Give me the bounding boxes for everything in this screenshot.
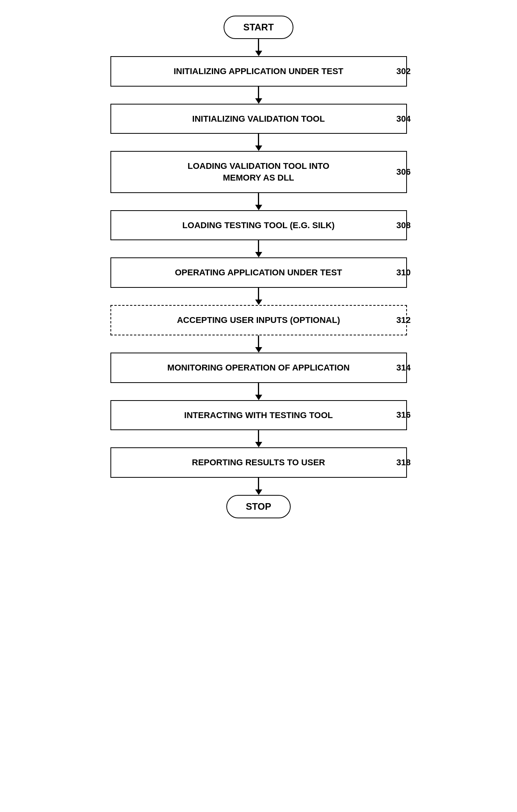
stop-node-wrapper: STOP xyxy=(83,495,434,518)
node-310-label: 310 xyxy=(396,268,411,278)
arrow-head xyxy=(255,51,262,56)
arrow-head xyxy=(255,300,262,305)
arrow-7 xyxy=(255,335,262,353)
node-306-label: 306 xyxy=(396,167,411,177)
stop-oval: STOP xyxy=(226,495,291,518)
node-316: INTERACTING WITH TESTING TOOL xyxy=(110,400,407,431)
arrow-line xyxy=(258,39,259,51)
arrow-6 xyxy=(255,288,262,305)
node-308: LOADING TESTING TOOL (E.G. SILK) xyxy=(110,210,407,241)
arrow-head xyxy=(255,98,262,104)
flowchart: START INITIALIZING APPLICATION UNDER TES… xyxy=(83,16,434,518)
arrow-5 xyxy=(255,240,262,257)
node-304-wrapper: INITIALIZING VALIDATION TOOL 304 xyxy=(83,104,434,134)
node-304-label: 304 xyxy=(396,114,411,124)
arrow-8 xyxy=(255,383,262,400)
arrow-line xyxy=(258,87,259,98)
node-312-wrapper: ACCEPTING USER INPUTS (OPTIONAL) 312 xyxy=(83,305,434,335)
arrow-head xyxy=(255,145,262,151)
node-318-wrapper: REPORTING RESULTS TO USER 318 xyxy=(83,447,434,478)
arrow-2 xyxy=(255,87,262,104)
arrow-head xyxy=(255,252,262,257)
node-302: INITIALIZING APPLICATION UNDER TEST xyxy=(110,56,407,87)
node-304: INITIALIZING VALIDATION TOOL xyxy=(110,104,407,134)
node-312: ACCEPTING USER INPUTS (OPTIONAL) xyxy=(110,305,407,335)
node-314: MONITORING OPERATION OF APPLICATION xyxy=(110,353,407,383)
arrow-line xyxy=(258,383,259,395)
start-node-wrapper: START xyxy=(83,16,434,39)
arrow-line xyxy=(258,193,259,205)
node-302-wrapper: INITIALIZING APPLICATION UNDER TEST 302 xyxy=(83,56,434,87)
node-314-label: 314 xyxy=(396,363,411,373)
node-302-label: 302 xyxy=(396,66,411,76)
arrow-line xyxy=(258,335,259,347)
arrow-head xyxy=(255,395,262,400)
arrow-4 xyxy=(255,193,262,210)
node-312-label: 312 xyxy=(396,315,411,325)
arrow-line xyxy=(258,478,259,489)
node-316-wrapper: INTERACTING WITH TESTING TOOL 316 xyxy=(83,400,434,431)
node-318-label: 318 xyxy=(396,457,411,468)
arrow-3 xyxy=(255,134,262,151)
arrow-line xyxy=(258,288,259,300)
arrow-line xyxy=(258,134,259,145)
arrow-head xyxy=(255,489,262,495)
arrow-1 xyxy=(255,39,262,56)
arrow-9 xyxy=(255,430,262,447)
arrow-head xyxy=(255,442,262,447)
node-306-wrapper: LOADING VALIDATION TOOL INTO MEMORY AS D… xyxy=(83,151,434,193)
arrow-head xyxy=(255,205,262,210)
start-oval: START xyxy=(224,16,293,39)
node-316-label: 316 xyxy=(396,410,411,420)
node-314-wrapper: MONITORING OPERATION OF APPLICATION 314 xyxy=(83,353,434,383)
arrow-line xyxy=(258,240,259,252)
node-310: OPERATING APPLICATION UNDER TEST xyxy=(110,257,407,288)
node-318: REPORTING RESULTS TO USER xyxy=(110,447,407,478)
node-306: LOADING VALIDATION TOOL INTO MEMORY AS D… xyxy=(110,151,407,193)
node-310-wrapper: OPERATING APPLICATION UNDER TEST 310 xyxy=(83,257,434,288)
arrow-head xyxy=(255,347,262,353)
arrow-10 xyxy=(255,478,262,495)
node-308-label: 308 xyxy=(396,220,411,230)
arrow-line xyxy=(258,430,259,442)
node-308-wrapper: LOADING TESTING TOOL (E.G. SILK) 308 xyxy=(83,210,434,241)
